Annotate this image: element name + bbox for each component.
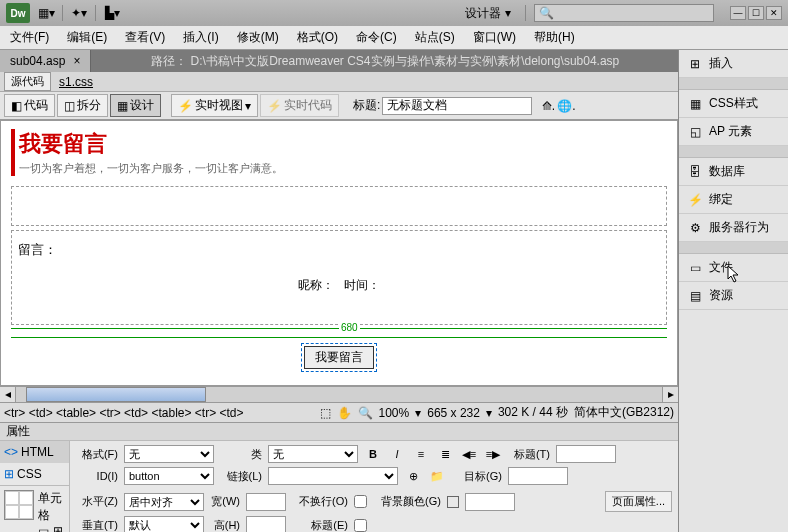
site-icon[interactable]: ▙▾ [104,5,120,21]
bg-label: 背景颜色(G) [373,494,441,509]
hand-tool-icon[interactable]: ✋ [337,406,352,420]
related-files-bar: 源代码 s1.css [0,72,678,92]
menu-help[interactable]: 帮助(H) [534,29,575,46]
layout-icon[interactable]: ▦▾ [38,5,54,21]
menu-window[interactable]: 窗口(W) [473,29,516,46]
menu-commands[interactable]: 命令(C) [356,29,397,46]
window-size[interactable]: 665 x 232 [427,406,480,420]
vert-label: 垂直(T) [76,518,118,533]
document-title-input[interactable] [382,97,532,115]
document-toolbar: ◧代码 ◫拆分 ▦设计 ⚡实时视图▾ ⚡实时代码 标题: ⟰. 🌐. [0,92,678,120]
zoom-tool-icon[interactable]: 🔍 [358,406,373,420]
class-select[interactable]: 无 [268,445,358,463]
cell-preview-icon [4,490,34,520]
panel-ap-elements[interactable]: ◱ AP 元素 [679,118,788,146]
bold-button[interactable]: B [364,446,382,462]
split-view-button[interactable]: ◫拆分 [57,94,108,117]
menu-format[interactable]: 格式(O) [297,29,338,46]
css-icon: ▦ [687,96,703,112]
menu-file[interactable]: 文件(F) [10,29,49,46]
menu-edit[interactable]: 编辑(E) [67,29,107,46]
live-code-button[interactable]: ⚡实时代码 [260,94,339,117]
submit-button[interactable]: 我要留言 [304,346,374,369]
css-mode-tab[interactable]: ⊞CSS [0,463,69,485]
code-view-button[interactable]: ◧代码 [4,94,55,117]
search-input[interactable]: 🔍 [534,4,714,22]
ul-button[interactable]: ≡ [412,446,430,462]
panel-css-styles[interactable]: ▦ CSS样式 [679,90,788,118]
ol-button[interactable]: ≣ [436,446,454,462]
close-button[interactable]: ✕ [766,6,782,20]
extend-icon[interactable]: ✦▾ [71,5,87,21]
minimize-button[interactable]: — [730,6,746,20]
panel-insert[interactable]: ⊞ 插入 [679,50,788,78]
panel-database[interactable]: 🗄 数据库 [679,158,788,186]
point-to-file-icon[interactable]: ⊕ [404,468,422,484]
outdent-button[interactable]: ◀≡ [460,446,478,462]
page-properties-button[interactable]: 页面属性... [605,491,672,512]
nowrap-label: 不换行(O) [292,494,348,509]
vert-select[interactable]: 默认 [124,516,204,532]
workspace-dropdown[interactable]: 设计器▾ [459,3,517,24]
live-view-button[interactable]: ⚡实时视图▾ [171,94,258,117]
link-select[interactable] [268,467,398,485]
horizontal-scrollbar[interactable]: ◂ ▸ [0,386,678,402]
target-input[interactable] [508,467,568,485]
nowrap-checkbox[interactable] [354,495,367,508]
indent-button[interactable]: ≡▶ [484,446,502,462]
italic-button[interactable]: I [388,446,406,462]
source-tab[interactable]: 源代码 [4,72,51,91]
merge-cells-icon[interactable]: ▭ ⊞ [38,524,65,532]
menu-view[interactable]: 查看(V) [125,29,165,46]
scroll-thumb[interactable] [26,387,206,402]
file-mgmt-icon[interactable]: ⟰. [540,98,556,114]
height-input[interactable] [246,516,286,532]
width-input[interactable] [246,493,286,511]
message-label: 留言： [18,241,660,259]
menu-modify[interactable]: 修改(M) [237,29,279,46]
link-label: 链接(L) [220,469,262,484]
format-select[interactable]: 无 [124,445,214,463]
tag-selector-bar: <tr> <td> <table> <tr> <td> <table> <tr>… [0,402,678,422]
pointer-tool-icon[interactable]: ⬚ [320,406,331,420]
field-row: 昵称： 时间： [18,277,660,294]
design-view-button[interactable]: ▦设计 [110,94,161,117]
design-canvas[interactable]: 我要留言 一切为客户着想，一切为客户服务，一切让客户满意。 留言： 昵称： 时间… [0,120,678,386]
panel-bindings[interactable]: ⚡ 绑定 [679,186,788,214]
side-panel: ⊞ 插入 ▦ CSS样式 ◱ AP 元素 🗄 数据库 ⚡ 绑定 ⚙ 服务器行为 … [678,50,788,532]
zoom-level[interactable]: 100% [379,406,410,420]
html-mode-tab[interactable]: <>HTML [0,441,69,463]
menu-site[interactable]: 站点(S) [415,29,455,46]
browse-folder-icon[interactable]: 📁 [428,468,446,484]
tag-path[interactable]: <tr> <td> <table> <tr> <td> <table> <tr>… [4,406,320,420]
panel-server-behaviors[interactable]: ⚙ 服务器行为 [679,214,788,242]
empty-cell[interactable] [11,186,667,226]
width-ruler: 680 [11,328,667,329]
browser-preview-icon[interactable]: 🌐. [558,98,574,114]
format-label: 格式(F) [76,447,118,462]
css-file-link[interactable]: s1.css [59,75,93,89]
file-tab[interactable]: sub04.asp× [0,50,91,72]
properties-panel: 属性 <>HTML ⊞CSS 单元格 ▭ ⊞ 格式(F) [0,422,678,532]
ap-icon: ◱ [687,124,703,140]
id-select[interactable]: button [124,467,214,485]
menu-insert[interactable]: 插入(I) [183,29,218,46]
form-container[interactable]: 留言： 昵称： 时间： [11,230,667,325]
header-checkbox[interactable] [354,519,367,532]
panel-files[interactable]: ▭ 文件 [679,254,788,282]
title-attr-input[interactable] [556,445,616,463]
insert-icon: ⊞ [687,56,703,72]
title-label: 标题: [353,97,380,114]
app-topbar: Dw ▦▾ ✦▾ ▙▾ 设计器▾ 🔍 — ☐ ✕ [0,0,788,26]
id-label: ID(I) [76,470,118,482]
panel-assets[interactable]: ▤ 资源 [679,282,788,310]
target-label: 目标(G) [452,469,502,484]
assets-icon: ▤ [687,288,703,304]
maximize-button[interactable]: ☐ [748,6,764,20]
bg-color-input[interactable] [465,493,515,511]
horiz-label: 水平(Z) [76,494,118,509]
bg-color-swatch[interactable] [447,496,459,508]
properties-header[interactable]: 属性 [0,423,678,441]
horiz-select[interactable]: 居中对齐 [124,493,204,511]
bindings-icon: ⚡ [687,192,703,208]
